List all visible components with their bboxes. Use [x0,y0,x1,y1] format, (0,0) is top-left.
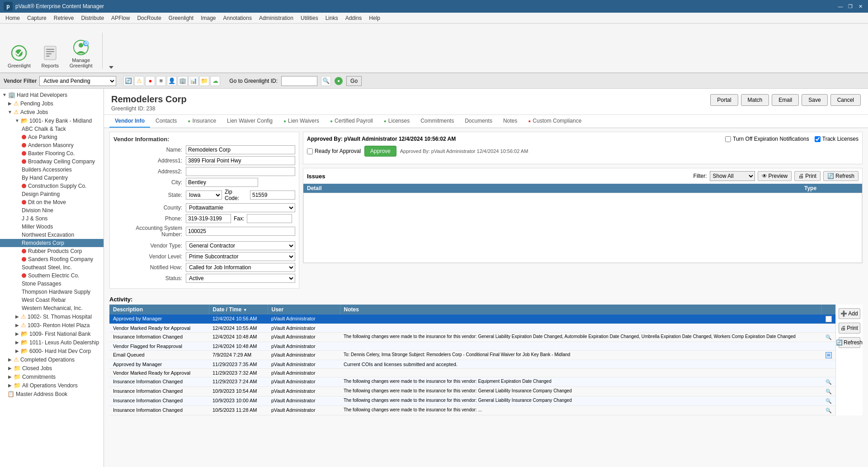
expand-1011[interactable]: ▶ [14,340,20,345]
sidebar-job-6000[interactable]: ▶ 📂 6000- Hard Hat Dev Corp [0,347,104,355]
table-row[interactable]: Email Queued 7/9/2024 7:29 AM pVault Adm… [109,351,835,360]
menu-greenlight[interactable]: Greenlight [165,14,197,22]
state-select[interactable]: Iowa [186,191,222,200]
phone-input[interactable] [186,214,231,223]
menu-retrieve[interactable]: Retrieve [50,14,78,22]
menu-image[interactable]: Image [197,14,219,22]
close-button[interactable]: ✕ [856,2,864,10]
expand-closed[interactable]: ▶ [7,366,13,371]
warning-icon[interactable]: ⚠ [134,76,144,86]
sidebar-job-1003[interactable]: ▶ ⚠ 1003- Renton Hotel Plaza [0,321,104,329]
email-button[interactable]: Email [772,94,799,106]
row-search-icon[interactable]: 🔍 [826,334,832,340]
sidebar-northwest[interactable]: Northwest Excavation [0,231,104,239]
sidebar-completed-ops[interactable]: ▶ ⚠ Completed Operations [0,355,104,364]
row-search-icon3[interactable]: 🔍 [826,388,832,395]
portal-button[interactable]: Portal [710,94,738,106]
sidebar-design[interactable]: Design Painting [0,190,104,198]
folder-icon[interactable]: 📁 [199,76,209,86]
goto-search-button[interactable]: 🔍 [321,76,331,86]
sidebar-baxter[interactable]: Baxter Flooring Co. [0,149,104,157]
tab-custom-compliance[interactable]: ●Custom Compliance [523,115,587,128]
sidebar-construction[interactable]: Construction Supply Co. [0,182,104,190]
menu-addins[interactable]: Addins [342,14,366,22]
menu-distribute[interactable]: Distribute [77,14,108,22]
table-row[interactable]: Vendor Marked Ready for Approval 11/29/2… [109,369,835,377]
building-icon[interactable]: 🏢 [178,76,188,86]
tab-licenses[interactable]: ●Licenses [378,115,415,128]
tab-contacts[interactable]: Contacts [150,115,182,128]
sidebar-all-vendors[interactable]: ▶ 📁 All Operations Vendors [0,381,104,390]
tab-vendor-info[interactable]: Vendor Info [109,115,150,128]
expand-1003[interactable]: ▶ [14,323,20,328]
expand-active[interactable]: ▼ [7,110,13,115]
user-icon[interactable]: 👤 [167,76,177,86]
sidebar-division[interactable]: Division Nine [0,206,104,214]
table-row[interactable]: Insurance Information Changed 10/9/2023 … [109,387,835,396]
menu-annotations[interactable]: Annotations [220,14,255,22]
sidebar-western[interactable]: Western Mechanical, Inc. [0,304,104,312]
add-activity-button[interactable]: ➕ Add [839,308,860,319]
sidebar-remodelers[interactable]: Remodelers Corp [0,239,104,247]
red-icon[interactable]: ● [145,76,155,86]
sidebar-abc[interactable]: ABC Chalk & Tack [0,125,104,133]
sidebar-ace[interactable]: Ace Parking [0,133,104,141]
goto-input[interactable] [281,76,317,86]
name-input[interactable] [186,145,295,154]
go-button[interactable]: Go [346,76,362,86]
sidebar-sanders[interactable]: Sanders Roofing Company [0,255,104,263]
table-row[interactable]: Insurance Information Changed 10/9/2023 … [109,396,835,406]
sidebar-dit[interactable]: Dit on the Move [0,198,104,206]
menu-apflow[interactable]: APFlow [108,14,133,22]
city-input[interactable] [186,178,258,187]
print-issues-button[interactable]: 🖨 Print [794,171,821,181]
county-select[interactable]: Pottawattamie [186,203,295,212]
track-licenses-checkbox[interactable] [815,136,821,142]
tab-certified-payroll[interactable]: ●Certified Payroll [325,115,378,128]
table-row[interactable]: Vendor Marked Ready for Approval 12/4/20… [109,324,835,333]
minimize-button[interactable]: — [836,2,844,10]
expand-6000[interactable]: ▶ [14,348,20,354]
expand-completed[interactable]: ▶ [7,357,13,362]
tab-notes[interactable]: Notes [498,115,523,128]
issues-filter-select[interactable]: Show All Open Closed [710,171,755,181]
menu-home[interactable]: Home [2,14,24,22]
sidebar-job-1001[interactable]: ▼ 📂 1001- Key Bank - Midland [0,116,104,125]
expand-root[interactable]: ▼ [2,92,7,98]
tab-insurance[interactable]: ●Insurance [182,115,222,128]
refresh-issues-button[interactable]: 🔄 Refresh [823,171,859,181]
zip-input[interactable] [250,191,295,200]
turn-off-expiration-checkbox[interactable] [725,136,731,142]
vendor-level-select[interactable]: Prime Subcontractor [186,252,295,261]
table-row[interactable]: Insurance Information Changed 10/5/2023 … [109,406,835,415]
ribbon-reports[interactable]: Reports [37,30,64,71]
sidebar-jj[interactable]: J J & Sons [0,214,104,223]
row-search-icon5[interactable]: 🔍 [826,407,832,414]
menu-links[interactable]: Links [322,14,342,22]
sidebar-active-jobs[interactable]: ▼ ⚠ Active Jobs [0,108,104,116]
list-icon[interactable]: ≡ [156,76,166,86]
sidebar-southern[interactable]: Southern Electric Co. [0,272,104,280]
menu-docroute[interactable]: DocRoute [133,14,165,22]
status-select[interactable]: Active [186,274,295,283]
tab-lien-waivers[interactable]: ●Lien Waivers [278,115,325,128]
save-button[interactable]: Save [802,94,827,106]
table-row[interactable]: Approved by Manager 11/29/2023 7:35 AM p… [109,360,835,369]
expand-commitments[interactable]: ▶ [7,374,13,380]
vendor-filter-select[interactable]: Active and Pending Active All [39,76,116,86]
expand-pending[interactable]: ▶ [7,101,13,106]
menu-help[interactable]: Help [365,14,384,22]
menu-capture[interactable]: Capture [24,14,50,22]
expand-1002[interactable]: ▶ [14,314,20,319]
restore-button[interactable]: ❐ [846,2,854,10]
cloud-icon[interactable]: ☁ [210,76,220,86]
row-search-icon2[interactable]: 🔍 [826,379,832,385]
sidebar-rubber[interactable]: Rubber Products Corp [0,247,104,255]
ribbon-greenlight[interactable]: Greenlight [4,30,35,71]
refresh-icon[interactable]: 🔄 [123,76,133,86]
ribbon-manage-greenlight[interactable]: ⚙ Manage Greenlight [66,30,97,71]
approve-button[interactable]: Approve [364,146,396,157]
expand-1001[interactable]: ▼ [14,118,20,124]
table-row[interactable]: Insurance Information Changed 11/29/2023… [109,377,835,387]
accounting-input[interactable] [186,227,295,236]
